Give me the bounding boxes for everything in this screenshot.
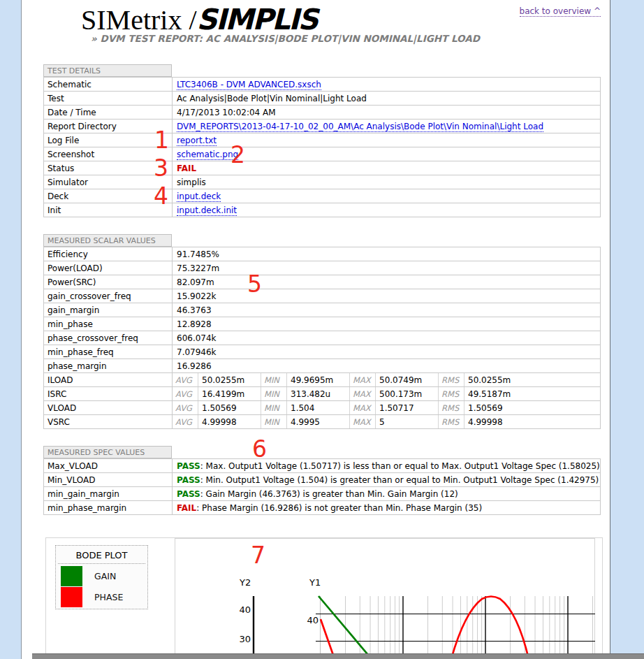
callout-number-2: 2 <box>230 143 245 166</box>
row-label: Schematic <box>44 78 173 91</box>
spec-status: PASS <box>177 461 200 471</box>
table-row: Screenshotschematic.png <box>43 147 601 161</box>
table-row: phase_margin16.9286 <box>43 359 601 373</box>
spec-text: : Gain Margin (46.3763) is greater than … <box>200 489 458 499</box>
screenshot-link[interactable]: schematic.png <box>177 150 238 160</box>
test-details-header: TEST DETAILS <box>43 64 172 77</box>
row-value: DVM_REPORTS\2013-04-17-10_02_00_AM\Ac An… <box>173 120 600 133</box>
callout-number-3: 3 <box>154 157 168 180</box>
back-to-overview-link[interactable]: back to overview ^ <box>520 6 601 17</box>
stat-value: 50.0255m <box>464 373 600 386</box>
legend-label: GAIN <box>94 571 116 581</box>
stat-value: 500.173m <box>376 387 439 400</box>
row-value: input.deck.init <box>173 203 600 217</box>
stat-value: 5 <box>376 415 439 428</box>
stat-value: 1.50717 <box>376 401 439 414</box>
init-link[interactable]: input.deck.init <box>177 205 237 216</box>
stat-label: MIN <box>261 387 287 400</box>
stat-value: 49.9695m <box>287 373 350 386</box>
row-label: phase_crossover_freq <box>44 331 173 345</box>
stat-label: AVG <box>173 401 198 414</box>
stat-label: RMS <box>439 373 464 386</box>
table-row: Power(LOAD)75.3227m <box>43 261 601 275</box>
report-subtitle: » DVM TEST REPORT: AC ANALYSIS|BODE PLOT… <box>91 33 480 44</box>
row-label: Efficiency <box>44 247 173 261</box>
stat-label: AVG <box>173 387 198 400</box>
callout-number-7: 7 <box>251 544 265 567</box>
stat-value: 1.504 <box>287 401 350 414</box>
spec-status: PASS <box>177 489 200 499</box>
table-row: gain_crossover_freq15.9022k <box>43 289 601 303</box>
row-label: phase_margin <box>44 359 173 372</box>
row-value: input.deck <box>173 189 600 203</box>
bode-plot-legend: BODE PLOT GAINPHASE <box>55 545 148 609</box>
stat-label: MAX <box>350 401 376 414</box>
stat-value: 4.9995 <box>287 415 350 428</box>
test-details-table: TEST DETAILS SchematicLTC3406B - DVM ADV… <box>43 64 601 217</box>
stat-value: 1.50569 <box>198 401 261 414</box>
stat-value: 1.50569 <box>464 401 600 414</box>
stat-value: 4.99998 <box>464 415 600 428</box>
scalar-values-table: MEASURED SCALAR VALUES Efficiency91.7485… <box>43 234 601 429</box>
legend-label: PHASE <box>94 592 123 602</box>
spec-text: : Max. Output1 Voltage (1.50717) is less… <box>200 461 600 471</box>
row-stats: AVG16.4199mMIN313.482uMAX500.173mRMS49.5… <box>173 387 600 400</box>
row-value: Ac Analysis|Bode Plot|Vin Nominal|Light … <box>173 92 600 105</box>
row-value: PASS: Gain Margin (46.3763) is greater t… <box>173 487 600 500</box>
row-value: 46.3763 <box>173 303 600 317</box>
legend-item-gain: GAIN <box>61 565 147 586</box>
deck-link[interactable]: input.deck <box>177 191 221 202</box>
stat-label: MIN <box>261 415 287 428</box>
table-row: ISRCAVG16.4199mMIN313.482uMAX500.173mRMS… <box>43 386 601 401</box>
stat-label: MIN <box>261 401 287 414</box>
stat-value: 50.0749m <box>376 373 439 386</box>
row-stats: AVG1.50569MIN1.504MAX1.50717RMS1.50569 <box>173 401 600 414</box>
table-row: Power(SRC)82.097m <box>43 275 601 289</box>
callout-number-5: 5 <box>247 273 262 296</box>
table-row: Simulatorsimplis <box>43 175 601 189</box>
table-row: min_gain_marginPASS: Gain Margin (46.376… <box>43 486 601 501</box>
row-value: 75.3227m <box>173 261 600 275</box>
row-label: gain_margin <box>44 303 173 317</box>
row-value: 7.07946k <box>173 345 600 359</box>
stat-label: AVG <box>173 373 198 386</box>
table-row: gain_margin46.3763 <box>43 303 601 317</box>
row-label: Max_VLOAD <box>44 459 173 472</box>
y2-tick-30: 30 <box>231 634 251 644</box>
row-label: min_phase_margin <box>44 501 173 514</box>
horizontal-scrollbar[interactable] <box>32 653 644 659</box>
row-value: 12.8928 <box>173 317 600 331</box>
phase-swatch <box>61 587 82 607</box>
callout-number-6: 6 <box>252 437 267 461</box>
table-row: VLOADAVG1.50569MIN1.504MAX1.50717RMS1.50… <box>43 400 601 415</box>
spec-status: PASS <box>177 475 200 485</box>
table-row: SchematicLTC3406B - DVM ADVANCED.sxsch <box>43 77 601 92</box>
table-row: Max_VLOADPASS: Max. Output1 Voltage (1.5… <box>43 458 601 473</box>
stat-label: RMS <box>439 387 464 400</box>
log-file-link[interactable]: report.txt <box>177 136 217 146</box>
row-value: 15.9022k <box>173 289 600 303</box>
table-row: TestAc Analysis|Bode Plot|Vin Nominal|Li… <box>43 91 601 106</box>
table-row: StatusFAIL <box>43 161 601 175</box>
callout-number-1: 1 <box>154 129 169 152</box>
simetrix-simplis-logo: SIMetrix /SIMPLIS <box>81 3 317 36</box>
legend-title: BODE PLOT <box>58 546 145 564</box>
stat-label: MAX <box>350 415 376 428</box>
stat-label: MAX <box>350 373 376 386</box>
logo-simplis-text: SIMPLIS <box>197 3 318 36</box>
row-label: Test <box>44 92 173 105</box>
y2-tick-40: 40 <box>231 604 251 615</box>
row-value: 91.7485% <box>173 247 600 261</box>
row-label: Report Directory <box>44 120 173 133</box>
test-details-header-row: TEST DETAILS <box>43 64 601 77</box>
row-value: PASS: Min. Output1 Voltage (1.504) is gr… <box>173 473 600 486</box>
stat-value: 313.482u <box>287 387 350 400</box>
table-row: Initinput.deck.init <box>43 203 601 217</box>
row-label: min_gain_margin <box>44 487 173 500</box>
row-label: Date / Time <box>44 106 173 119</box>
report-directory-link[interactable]: DVM_REPORTS\2013-04-17-10_02_00_AM\Ac An… <box>177 122 543 132</box>
spec-status: FAIL <box>177 503 196 513</box>
schematic-link[interactable]: LTC3406B - DVM ADVANCED.sxsch <box>177 80 321 90</box>
row-value: simplis <box>173 175 600 189</box>
row-label: min_phase <box>44 317 173 331</box>
